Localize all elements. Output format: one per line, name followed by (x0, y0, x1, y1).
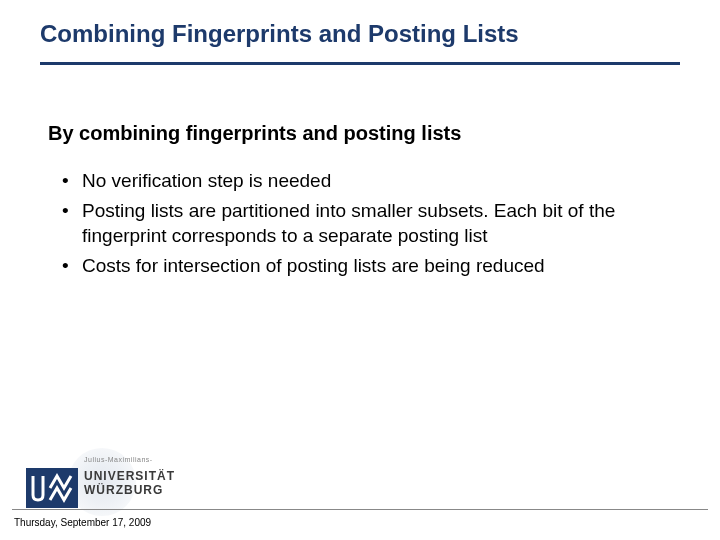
list-item: Costs for intersection of posting lists … (58, 253, 618, 279)
slide-title: Combining Fingerprints and Posting Lists (40, 20, 519, 48)
logo-supertitle: Julius-Maximilians- (84, 456, 153, 463)
list-item: No verification step is needed (58, 168, 618, 194)
title-divider (40, 62, 680, 65)
list-item: Posting lists are partitioned into small… (58, 198, 618, 249)
footer-date: Thursday, September 17, 2009 (14, 517, 151, 528)
footer-divider (12, 509, 708, 510)
bullet-list: No verification step is needed Posting l… (58, 168, 618, 283)
logo-line1: UNIVERSITÄT (84, 469, 175, 483)
subheading: By combining fingerprints and posting li… (48, 122, 461, 145)
logo-wordmark: UNIVERSITÄT WÜRZBURG (84, 470, 175, 498)
logo-line2: WÜRZBURG (84, 483, 163, 497)
logo-mark-icon (26, 468, 78, 508)
university-logo: Julius-Maximilians- UNIVERSITÄT WÜRZBURG (12, 454, 212, 512)
slide: Combining Fingerprints and Posting Lists… (0, 0, 720, 540)
